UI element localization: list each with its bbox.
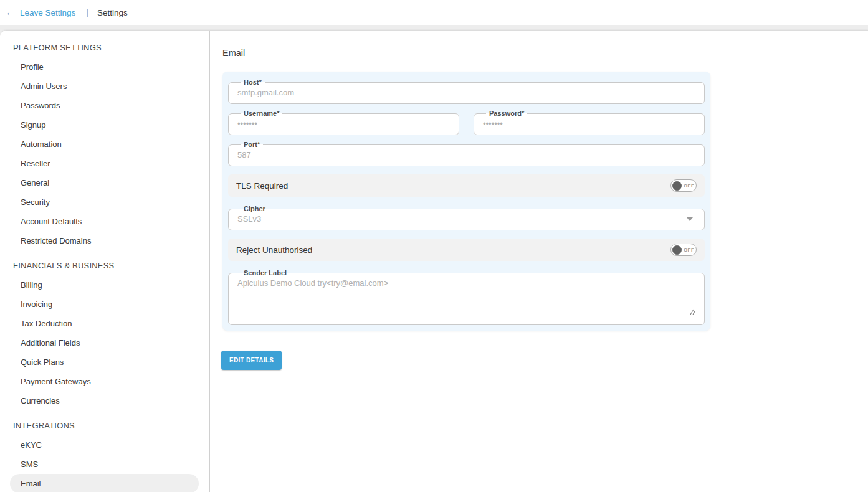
port-field-value: 587: [237, 150, 695, 159]
sidebar-item-account-defaults[interactable]: Account Defaults: [10, 212, 199, 231]
section-financials-business: FINANCIALS & BUSINESS Billing Invoicing …: [10, 256, 199, 410]
sidebar-item-general[interactable]: General: [10, 173, 199, 192]
cipher-select-value: SSLv3: [237, 214, 261, 224]
password-field-value: •••••••: [483, 119, 695, 128]
sidebar-item-ekyc[interactable]: eKYC: [10, 435, 199, 455]
sidebar-item-reseller[interactable]: Reseller: [10, 154, 199, 173]
sidebar-item-admin-users[interactable]: Admin Users: [10, 77, 199, 96]
back-link-label: Leave Settings: [20, 8, 75, 17]
section-title-platform-settings: PLATFORM SETTINGS: [10, 38, 199, 57]
username-field-label: Username*: [241, 110, 282, 117]
port-field[interactable]: Port* 587: [228, 141, 705, 166]
sender-label-field-label: Sender Label: [241, 269, 290, 277]
sidebar-item-additional-fields[interactable]: Additional Fields: [10, 333, 199, 352]
sidebar-item-billing[interactable]: Billing: [10, 275, 199, 295]
password-field[interactable]: Password* •••••••: [474, 110, 705, 135]
sidebar-item-security[interactable]: Security: [10, 192, 199, 212]
breadcrumb-separator: |: [86, 7, 88, 17]
email-settings-title: Email: [222, 48, 868, 58]
username-field[interactable]: Username* •••••••: [228, 110, 459, 135]
sidebar-item-tax-deduction[interactable]: Tax Deduction: [10, 314, 199, 333]
resize-handle-icon: [689, 308, 695, 315]
username-field-value: •••••••: [237, 119, 450, 128]
back-arrow-icon: ←: [6, 7, 16, 17]
section-title-integrations: INTEGRATIONS: [10, 416, 199, 435]
tls-toggle-state-label: OFF: [684, 183, 694, 189]
section-title-financials-business: FINANCIALS & BUSINESS: [10, 256, 199, 275]
host-field-value: smtp.gmail.com: [237, 88, 695, 97]
tls-required-row: TLS Required OFF: [228, 174, 705, 197]
sidebar-item-automation[interactable]: Automation: [10, 135, 199, 154]
main-content: Email Host* smtp.gmail.com Username* •••…: [210, 31, 868, 492]
sidebar-item-sms[interactable]: SMS: [10, 455, 199, 474]
chevron-down-icon: [687, 217, 693, 221]
host-field[interactable]: Host* smtp.gmail.com: [228, 78, 705, 104]
back-link[interactable]: ← Leave Settings: [6, 7, 75, 17]
sidebar-item-email[interactable]: Email: [10, 474, 199, 492]
tls-required-toggle[interactable]: OFF: [670, 179, 697, 192]
sidebar-item-invoicing[interactable]: Invoicing: [10, 295, 199, 314]
cipher-select-label: Cipher: [241, 205, 269, 212]
content-panel: PLATFORM SETTINGS Profile Admin Users Pa…: [0, 30, 868, 492]
sidebar-item-passwords[interactable]: Passwords: [10, 96, 199, 115]
sender-label-textarea[interactable]: Sender Label Apiculus Demo Cloud try<try…: [228, 269, 705, 325]
page-title: Settings: [97, 8, 128, 17]
reject-unauthorised-toggle[interactable]: OFF: [670, 244, 697, 256]
edit-details-button[interactable]: EDIT DETAILS: [221, 351, 282, 370]
sidebar-item-currencies[interactable]: Currencies: [10, 391, 199, 410]
sidebar-item-signup[interactable]: Signup: [10, 115, 199, 135]
cipher-select[interactable]: Cipher SSLv3: [228, 205, 705, 230]
sidebar-item-quick-plans[interactable]: Quick Plans: [10, 352, 199, 372]
sidebar-item-restricted-domains[interactable]: Restricted Domains: [10, 231, 199, 250]
host-field-label: Host*: [241, 78, 265, 86]
port-field-label: Port*: [241, 141, 263, 148]
section-platform-settings: PLATFORM SETTINGS Profile Admin Users Pa…: [10, 38, 199, 250]
email-settings-card: Host* smtp.gmail.com Username* ••••••• P…: [222, 72, 710, 331]
toggle-knob: [672, 245, 682, 255]
username-password-row: Username* ••••••• Password* •••••••: [228, 110, 705, 141]
sidebar-item-payment-gateways[interactable]: Payment Gateways: [10, 372, 199, 391]
toggle-knob: [672, 181, 682, 191]
tls-required-label: TLS Required: [236, 181, 288, 191]
reject-unauthorised-label: Reject Unauthorised: [236, 245, 312, 255]
settings-sidebar: PLATFORM SETTINGS Profile Admin Users Pa…: [0, 31, 210, 492]
sidebar-item-profile[interactable]: Profile: [10, 57, 199, 77]
topbar: ← Leave Settings | Settings: [0, 0, 868, 25]
sender-label-field-value: Apiculus Demo Cloud try<try@emal.com>: [237, 278, 695, 288]
reject-toggle-state-label: OFF: [684, 247, 694, 253]
password-field-label: Password*: [486, 110, 527, 117]
section-integrations: INTEGRATIONS eKYC SMS Email: [10, 416, 199, 492]
reject-unauthorised-row: Reject Unauthorised OFF: [228, 239, 705, 261]
